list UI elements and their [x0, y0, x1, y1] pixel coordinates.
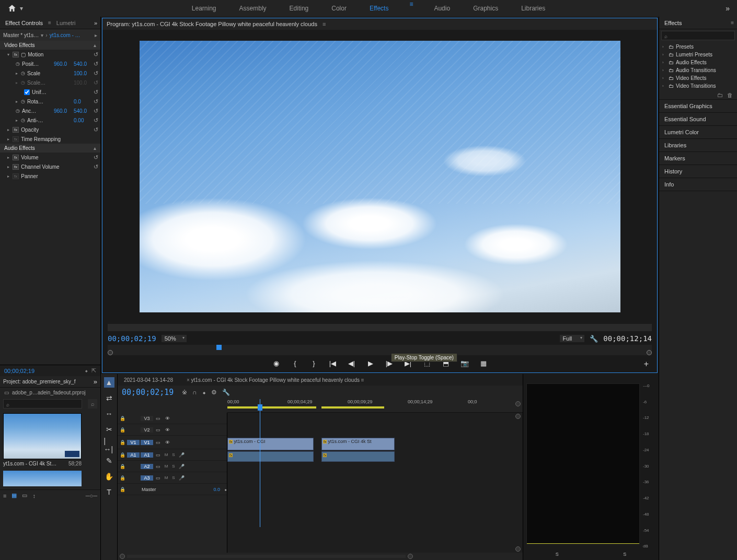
ws-audio[interactable]: Audio — [432, 1, 452, 16]
mute-button[interactable]: M — [163, 464, 170, 469]
track-target[interactable]: V1 — [141, 440, 153, 445]
stopwatch-icon[interactable]: ◷ — [16, 61, 20, 66]
sync-lock-icon[interactable]: ▭ — [153, 416, 163, 421]
side-panel-info[interactable]: Info — [659, 178, 737, 191]
razor-tool[interactable]: ✂ — [104, 424, 114, 435]
keyframe-icon[interactable]: ⬥ — [85, 367, 88, 374]
reset-icon[interactable]: ↺ — [94, 108, 98, 114]
twirl-icon[interactable]: ▸ — [16, 99, 18, 104]
sync-lock-icon[interactable]: ▭ — [153, 475, 163, 481]
type-tool[interactable]: T — [104, 487, 114, 497]
zoom-select[interactable]: 50% — [162, 335, 187, 342]
solo-label[interactable]: S — [556, 552, 559, 557]
project-search-input[interactable] — [3, 399, 82, 409]
ws-assembly[interactable]: Assembly — [237, 1, 269, 16]
work-area-1[interactable] — [227, 406, 316, 409]
program-monitor[interactable] — [140, 41, 620, 312]
effects-folder[interactable]: ›🗀Audio Effects — [659, 59, 737, 66]
solo-button[interactable]: S — [170, 452, 177, 457]
stopwatch-icon[interactable]: ◷ — [21, 99, 25, 104]
hand-tool[interactable]: ✋ — [104, 471, 114, 482]
bin-icon[interactable]: ▭ — [4, 390, 9, 395]
track-target[interactable]: A2 — [141, 464, 153, 469]
collapse-icon[interactable]: ▴ — [94, 145, 96, 151]
side-panel-markers[interactable]: Markers — [659, 152, 737, 165]
reset-icon[interactable]: ↺ — [94, 89, 98, 96]
side-panel-lumetri[interactable]: Lumetri Color — [659, 126, 737, 139]
zoom-slider[interactable]: ─○─ — [86, 493, 97, 499]
scroll-knob[interactable] — [515, 414, 521, 419]
solo-button[interactable]: S — [170, 464, 177, 469]
side-panel-libraries[interactable]: Libraries — [659, 139, 737, 152]
opacity-label[interactable]: Opacity — [21, 127, 91, 133]
ws-effects[interactable]: Effects — [367, 1, 390, 16]
panel-menu-icon[interactable]: ≡ — [323, 21, 326, 27]
playhead-line[interactable] — [260, 399, 260, 527]
twirl-icon[interactable]: ▸ — [7, 155, 9, 160]
lock-icon[interactable]: 🔒 — [118, 487, 127, 492]
zoom-scrollbar[interactable] — [127, 555, 406, 558]
motion-label[interactable]: Motion — [28, 52, 91, 57]
project-item[interactable] — [3, 471, 82, 486]
overflow-icon[interactable]: » — [726, 4, 730, 13]
clip-thumbnail[interactable] — [3, 471, 82, 486]
reset-icon[interactable]: ↺ — [94, 61, 98, 67]
timeline-ruler[interactable]: 00;00 00;00;04;29 00;00;09;29 00;00;14;2… — [227, 399, 523, 413]
sync-lock-icon[interactable]: ▭ — [153, 440, 163, 445]
pin-icon[interactable]: ▸ — [95, 32, 97, 38]
lumetri-tab[interactable]: Lumetri — [54, 19, 78, 27]
reset-icon[interactable]: ↺ — [94, 126, 98, 133]
scale-value[interactable]: 100.0 — [74, 71, 91, 76]
ws-editing[interactable]: Editing — [287, 1, 311, 16]
effects-folder[interactable]: ›🗀Video Transitions — [659, 82, 737, 90]
settings-icon[interactable]: 🔧 — [590, 335, 598, 343]
stopwatch-icon[interactable]: ◷ — [21, 118, 25, 123]
fx-badge[interactable]: fx — [13, 52, 19, 57]
lock-icon[interactable]: 🔒 — [118, 464, 127, 469]
eye-icon[interactable]: 👁 — [163, 416, 172, 421]
track-select-tool[interactable]: ⇄ — [104, 393, 114, 403]
lock-icon[interactable]: 🔒 — [118, 475, 127, 481]
uniform-checkbox[interactable] — [24, 89, 30, 95]
selection-tool[interactable]: ▲ — [104, 377, 114, 388]
fx-badge[interactable]: fx — [13, 155, 19, 160]
ws-menu-icon[interactable]: ≡ — [409, 1, 413, 16]
eye-icon[interactable]: 👁 — [163, 427, 172, 433]
marker-icon[interactable]: ⬥ — [202, 389, 206, 396]
compare-button[interactable]: ▦ — [478, 359, 489, 367]
slip-tool[interactable]: |↔| — [104, 440, 114, 450]
position-y[interactable]: 540.0 — [74, 61, 91, 67]
playhead-icon[interactable] — [216, 345, 222, 350]
solo-label[interactable]: S — [623, 552, 626, 557]
effects-search-input[interactable] — [661, 31, 735, 40]
timeline-timecode[interactable]: 00;00;02;19 — [122, 388, 174, 397]
ruler-handle-left[interactable] — [108, 350, 113, 355]
in-button[interactable]: { — [290, 359, 301, 367]
reset-icon[interactable]: ↺ — [94, 164, 98, 170]
side-panel-graphics[interactable]: Essential Graphics — [659, 100, 737, 113]
master-value[interactable]: 0.0 — [213, 487, 220, 492]
reset-icon[interactable]: ↺ — [94, 98, 98, 105]
ec-overflow-icon[interactable]: » — [94, 20, 97, 26]
track-target[interactable]: V3 — [141, 416, 153, 421]
lock-icon[interactable]: 🔒 — [118, 452, 127, 458]
fx-badge[interactable]: fx — [13, 127, 19, 133]
anchor-y[interactable]: 540.0 — [74, 108, 91, 114]
icon-view-icon[interactable]: ▦ — [11, 492, 17, 499]
scroll-knob[interactable] — [515, 546, 521, 552]
track-target[interactable]: A1 — [141, 452, 153, 458]
settings-icon[interactable]: ⚙ — [211, 389, 217, 396]
playhead[interactable] — [258, 404, 262, 411]
keyframe-icon[interactable]: ⬥ — [224, 487, 227, 492]
effects-folder[interactable]: ›🗀Audio Transitions — [659, 66, 737, 74]
track-target[interactable]: A3 — [141, 475, 153, 481]
delete-icon[interactable]: 🗑 — [727, 92, 733, 98]
effects-folder[interactable]: ›🗀Video Effects — [659, 74, 737, 82]
pen-tool[interactable]: ✎ — [104, 456, 114, 466]
program-timecode[interactable]: 00;00;02;19 — [108, 334, 156, 343]
mic-icon[interactable]: 🎤 — [177, 452, 186, 458]
chevron-down-icon[interactable]: ▾ — [41, 32, 43, 38]
project-overflow-icon[interactable]: » — [94, 378, 97, 386]
src-patch[interactable]: V1 — [127, 440, 140, 445]
twirl-icon[interactable]: ▸ — [7, 165, 9, 169]
